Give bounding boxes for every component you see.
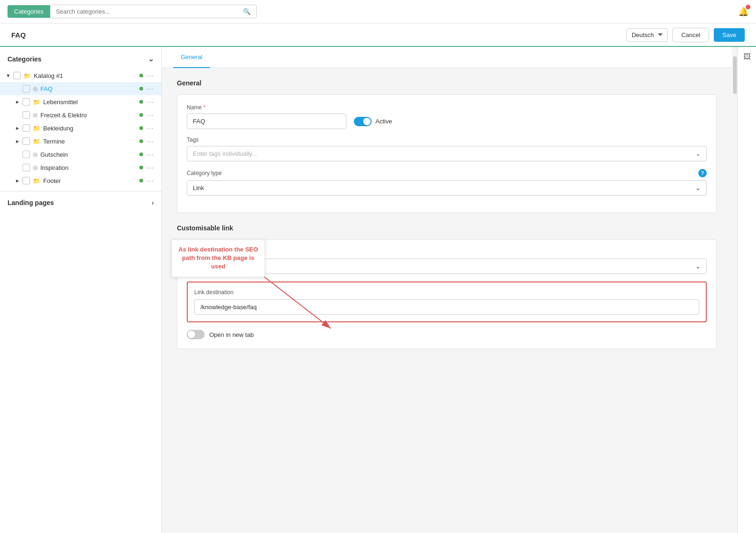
tree-item-footer[interactable]: ► 📁 Footer ··· [0,174,161,187]
name-label: Name * [187,104,707,111]
scroll-thumb[interactable] [733,56,737,94]
name-field-group: Name * Active [187,104,707,129]
right-panel [732,47,737,533]
expand-arrow-icon: ▼ [6,73,13,78]
checkbox-inspiration[interactable] [23,164,30,171]
open-new-tab-label: Open in new tab [209,331,254,338]
toggle-knob [188,331,195,338]
main-layout: Categories ⌄ ▼ 📁 Katalog #1 ··· ◎ FAQ ··… [0,47,756,533]
radio-icon: ◎ [33,151,38,158]
notification-bell-icon[interactable]: 🔔 [738,7,748,17]
top-nav: Categories 🔍 🔔 [0,0,756,23]
tags-dropdown[interactable]: Enter tags individually... ⌄ [187,146,707,161]
categories-button[interactable]: Categories [8,5,50,18]
tab-general[interactable]: General [173,47,210,68]
tree-item-katalog[interactable]: ▼ 📁 Katalog #1 ··· [0,69,161,82]
sidebar-title: Categories [8,55,41,63]
more-options-icon[interactable]: ··· [147,98,154,106]
language-select[interactable]: Deutsch English [626,28,668,42]
search-bar-wrapper: 🔍 [50,5,257,18]
checkbox-lebensmittel[interactable] [23,98,30,106]
tree-item-lebensmittel[interactable]: ► 📁 Lebensmittel ··· [0,95,161,108]
tree-item-inspiration[interactable]: ◎ Inspiration ··· [0,161,161,174]
landing-pages-label: Landing pages [8,199,54,206]
checkbox-faq[interactable] [23,85,30,92]
tags-placeholder: Enter tags individually... [193,150,257,157]
search-icon: 🔍 [243,8,251,15]
chevron-down-icon[interactable]: ⌄ [148,54,154,63]
category-type-value: Link [193,184,204,191]
tree-item-label: Inspiration [40,164,139,171]
more-options-icon[interactable]: ··· [147,177,154,184]
top-nav-left: Categories 🔍 [8,5,257,18]
more-options-icon[interactable]: ··· [147,124,154,132]
checkbox-freizeit[interactable] [23,111,30,119]
tree-item-label: FAQ [40,85,139,92]
more-options-icon[interactable]: ··· [147,164,154,171]
checkbox-footer[interactable] [23,177,30,184]
cancel-button[interactable]: Cancel [672,28,709,42]
right-sidebar: 🖼 [737,47,756,533]
tree-item-label: Termine [43,138,139,145]
info-icon[interactable]: ? [698,169,707,177]
tree-item-label: Katalog #1 [34,72,139,79]
image-icon[interactable]: 🖼 [743,53,751,61]
tree-item-label: Gutschein [40,151,139,158]
checkbox-termine[interactable] [23,137,30,145]
chevron-down-icon: ⌄ [695,184,701,191]
expand-arrow-icon: ► [15,125,23,131]
status-dot [139,100,143,104]
tree-item-termine[interactable]: ► 📁 Termine ··· [0,135,161,148]
toggle-knob [363,118,371,125]
more-options-icon[interactable]: ··· [147,72,154,79]
radio-icon: ◎ [33,85,38,92]
status-dot [139,166,143,169]
active-label: Active [375,118,392,125]
folder-icon: 📁 [33,99,40,106]
chevron-right-icon: › [152,199,154,206]
chevron-down-icon: ⌄ [695,150,701,157]
category-type-group: Category type ? Link ⌄ [187,169,707,196]
search-input[interactable] [56,8,243,15]
expand-arrow-icon: ► [15,99,23,105]
open-new-tab-toggle[interactable] [187,330,205,339]
save-button[interactable]: Save [714,28,745,42]
checkbox-bekleidung[interactable] [23,124,30,132]
tree-item-gutschein[interactable]: ◎ Gutschein ··· [0,148,161,161]
more-options-icon[interactable]: ··· [147,85,154,92]
tree-item-freizeit[interactable]: ◎ Freizeit & Elektro ··· [0,108,161,122]
chevron-down-icon: ⌄ [695,263,701,270]
checkbox-katalog[interactable] [13,72,21,79]
checkbox-gutschein[interactable] [23,151,30,158]
radio-icon: ◎ [33,112,38,118]
radio-icon: ◎ [33,164,38,171]
annotation-text: As link destination the SEO path from th… [178,246,258,270]
tree-item-label: Footer [43,177,139,184]
active-toggle[interactable] [354,117,372,126]
status-dot [139,179,143,183]
link-dest-input[interactable] [194,299,699,315]
link-dest-label: Link destination [194,289,699,296]
tree-item-bekleidung[interactable]: ► 📁 Bekleidung ··· [0,122,161,135]
general-section-title: General [177,79,717,87]
general-form-card: Name * Active Tags [177,94,717,213]
link-destination-box: Link destination [187,282,707,322]
category-type-dropdown[interactable]: Link ⌄ [187,180,707,196]
sidebar-header: Categories ⌄ [0,54,161,69]
more-options-icon[interactable]: ··· [147,137,154,145]
status-dot [139,87,143,91]
landing-pages-section[interactable]: Landing pages › [0,191,161,214]
secondary-nav-actions: Deutsch English Cancel Save [626,28,745,42]
tree-item-faq[interactable]: ◎ FAQ ··· [0,82,161,95]
sidebar: Categories ⌄ ▼ 📁 Katalog #1 ··· ◎ FAQ ··… [0,47,162,533]
name-input[interactable] [187,114,346,129]
link-destination-group: Link destination [187,282,707,322]
status-dot [139,152,143,156]
annotation-box: As link destination the SEO path from th… [171,239,265,277]
more-options-icon[interactable]: ··· [147,151,154,158]
folder-icon: 📁 [33,125,40,132]
expand-arrow-icon: ► [15,178,23,183]
more-options-icon[interactable]: ··· [147,111,154,119]
secondary-nav: FAQ Deutsch English Cancel Save [0,23,756,47]
tree-item-label: Lebensmittel [43,99,139,106]
